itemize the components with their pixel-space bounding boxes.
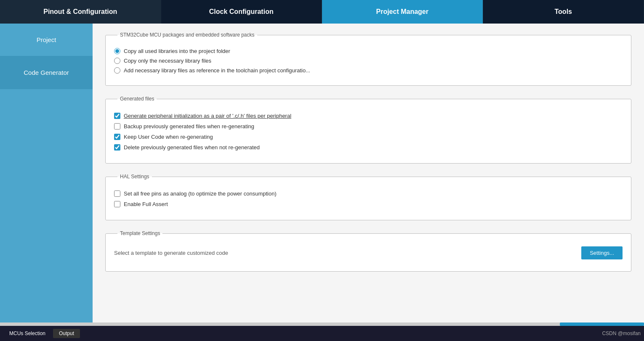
bottom-bar: MCUs Selection Output CSDN @mosifan [0, 326, 644, 341]
scroll-indicator[interactable] [0, 322, 644, 326]
checkbox-free-pins-input[interactable] [114, 190, 120, 197]
checkbox-gen-peripheral-label: Generate peripheral initialization as a … [124, 113, 291, 119]
tab-project-manager[interactable]: Project Manager [322, 0, 483, 24]
mcu-packages-group: STM32Cube MCU packages and embedded soft… [105, 32, 631, 86]
radio-copy-all[interactable]: Copy all used libraries into the project… [114, 48, 623, 54]
bottom-tab-mcus-selection[interactable]: MCUs Selection [3, 329, 51, 338]
checkbox-gen-peripheral[interactable]: Generate peripheral initialization as a … [114, 113, 623, 119]
radio-copy-all-input[interactable] [114, 48, 120, 54]
checkbox-keep-user-code-label: Keep User Code when re-generating [124, 134, 213, 140]
checkbox-backup-files-input[interactable] [114, 123, 120, 130]
checkbox-keep-user-code-input[interactable] [114, 134, 120, 140]
mcu-packages-legend: STM32Cube MCU packages and embedded soft… [117, 32, 257, 38]
generated-files-legend: Generated files [117, 96, 157, 102]
radio-copy-necessary[interactable]: Copy only the necessary library files [114, 58, 623, 64]
radio-copy-all-label: Copy all used libraries into the project… [124, 48, 230, 54]
checkbox-free-pins[interactable]: Set all free pins as analog (to optimize… [114, 190, 623, 197]
radio-add-reference-input[interactable] [114, 67, 120, 74]
checkbox-free-pins-label: Set all free pins as analog (to optimize… [124, 190, 277, 197]
radio-copy-necessary-input[interactable] [114, 58, 120, 64]
tab-tools[interactable]: Tools [483, 0, 644, 24]
radio-copy-necessary-label: Copy only the necessary library files [124, 58, 211, 64]
top-nav: Pinout & Configuration Clock Configurati… [0, 0, 644, 24]
checkbox-full-assert-input[interactable] [114, 201, 120, 207]
template-description: Select a template to generate customized… [114, 250, 228, 256]
checkbox-keep-user-code[interactable]: Keep User Code when re-generating [114, 134, 623, 140]
checkbox-delete-files-label: Delete previously generated files when n… [124, 144, 260, 151]
sidebar-item-code-generator[interactable]: Code Generator [0, 56, 93, 89]
bottom-credit: CSDN @mosifan [602, 330, 641, 336]
template-settings-legend: Template Settings [117, 230, 162, 236]
tab-pinout[interactable]: Pinout & Configuration [0, 0, 161, 24]
checkbox-delete-files-input[interactable] [114, 144, 120, 151]
radio-add-reference[interactable]: Add necessary library files as reference… [114, 67, 623, 74]
hal-settings-legend: HAL Settings [117, 174, 152, 180]
checkbox-backup-files-label: Backup previously generated files when r… [124, 123, 254, 130]
generated-files-group: Generated files Generate peripheral init… [105, 96, 631, 164]
bottom-tab-output[interactable]: Output [53, 329, 80, 338]
checkbox-delete-files[interactable]: Delete previously generated files when n… [114, 144, 623, 151]
checkbox-full-assert[interactable]: Enable Full Assert [114, 201, 623, 207]
template-row: Select a template to generate customized… [114, 243, 623, 263]
checkbox-full-assert-label: Enable Full Assert [124, 201, 168, 207]
radio-add-reference-label: Add necessary library files as reference… [124, 67, 310, 74]
sidebar-spacer [0, 89, 93, 322]
content-area: STM32Cube MCU packages and embedded soft… [93, 24, 644, 322]
sidebar: Project Code Generator [0, 24, 93, 322]
settings-button[interactable]: Settings... [581, 246, 623, 259]
checkbox-gen-peripheral-input[interactable] [114, 113, 120, 119]
tab-clock[interactable]: Clock Configuration [161, 0, 322, 24]
bottom-tabs: MCUs Selection Output [3, 329, 80, 338]
sidebar-item-project[interactable]: Project [0, 24, 93, 56]
template-settings-group: Template Settings Select a template to g… [105, 230, 631, 272]
hal-settings-group: HAL Settings Set all free pins as analog… [105, 174, 631, 220]
checkbox-backup-files[interactable]: Backup previously generated files when r… [114, 123, 623, 130]
main-area: Project Code Generator STM32Cube MCU pac… [0, 24, 644, 322]
